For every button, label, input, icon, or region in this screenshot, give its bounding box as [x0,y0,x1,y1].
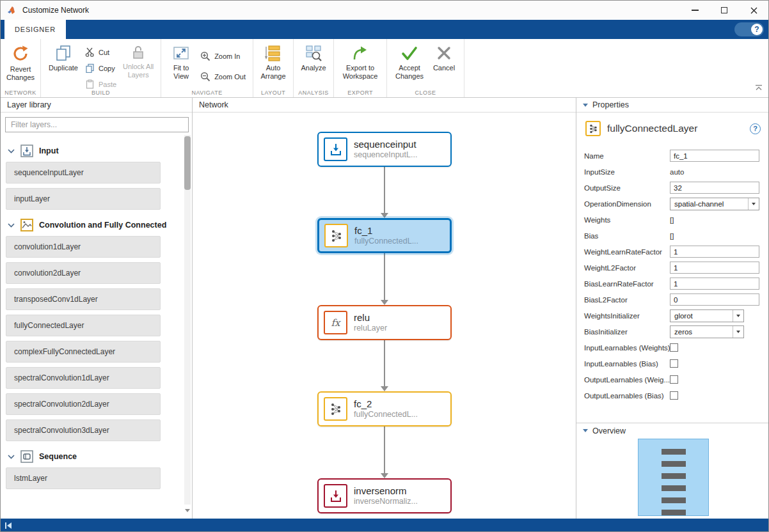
properties-title: Properties [592,100,629,109]
property-row-biaslearnratefactor: BiasLearnRateFactor [576,276,769,292]
relu-layer-icon: fx [324,311,347,334]
edge-fc2-inversenorm [384,426,385,473]
library-item-lstmlayer[interactable]: lstmLayer [6,467,161,489]
dropdown-arrow-icon [748,198,759,210]
toolbar-group-analysis: Analyze ANALYSIS [294,39,334,97]
inputlearnables-weights-checkbox[interactable] [670,343,678,352]
analyze-icon [305,44,322,62]
node-title: inversenorm [354,485,418,497]
auto-arrange-button[interactable]: Auto Arrange [257,42,289,81]
weightsinitializer-select[interactable]: glorot [670,309,744,322]
section-sequence: Sequence lstmLayer [1,446,182,489]
help-button[interactable]: ? [734,22,764,36]
export-to-workspace-button[interactable]: Export to Workspace [338,42,383,81]
network-canvas[interactable]: sequenceinput sequenceInputL... fc_1 ful… [193,113,576,519]
unlock-all-layers-button[interactable]: Unlock All Layers [120,42,157,79]
node-subtitle: reluLayer [354,324,387,333]
group-label-layout: LAYOUT [253,90,293,96]
tab-designer[interactable]: DESIGNER [4,20,66,39]
cancel-button[interactable]: Cancel [428,42,460,72]
library-item-inputlayer[interactable]: inputLayer [6,188,161,210]
library-item-fullyconnectedlayer[interactable]: fullyConnectedLayer [6,315,161,336]
node-relu[interactable]: fx relu reluLayer [317,305,452,340]
outputlearnables-bias-checkbox[interactable] [670,391,678,400]
zoom-out-button[interactable]: Zoom Out [197,69,249,84]
weightl2factor-field[interactable] [670,262,759,274]
input-section-icon [20,145,33,157]
node-fc-2[interactable]: fc_2 fullyConnectedL... [317,391,452,426]
cut-button[interactable]: Cut [82,45,120,59]
filter-layers-input[interactable] [5,117,189,132]
skip-to-start-icon[interactable] [4,521,13,530]
duplicate-button[interactable]: Duplicate [45,42,82,72]
minimize-button[interactable] [680,1,710,20]
library-scrollbar-thumb[interactable] [184,136,191,190]
zoom-in-button[interactable]: Zoom In [197,49,249,63]
fit-to-view-button[interactable]: Fit to View [165,42,197,81]
chevron-down-icon [8,223,15,228]
operation-dimension-select[interactable]: spatial-channel [670,198,759,210]
name-field[interactable] [670,150,759,162]
edge-arrowhead [381,213,388,218]
library-scrollbar-track[interactable] [184,135,191,505]
inputsize-value: auto [670,168,684,176]
node-subtitle: fullyConnectedL... [354,237,418,246]
maximize-button[interactable] [710,1,739,20]
property-row-name: Name [576,148,769,164]
dropdown-arrow-icon [733,326,743,338]
node-sequenceinput[interactable]: sequenceinput sequenceInputL... [317,132,452,167]
property-row-outputsize: OutputSize [576,180,769,196]
minimap-viewport[interactable] [638,439,709,516]
revert-changes-button[interactable]: Revert Changes [4,42,36,82]
library-item-spectralconvolution1dlayer[interactable]: spectralConvolution1dLayer [6,367,161,389]
section-sequence-header[interactable]: Sequence [1,446,182,467]
overview-header[interactable]: Overview [576,423,769,439]
library-item-convolution1dlayer[interactable]: convolution1dLayer [6,236,161,258]
library-item-sequenceinputlayer[interactable]: sequenceInputLayer [6,162,161,184]
library-item-spectralconvolution2dlayer[interactable]: spectralConvolution2dLayer [6,393,161,415]
inputlearnables-bias-checkbox[interactable] [670,359,678,368]
collapse-toolstrip-button[interactable] [755,84,763,91]
library-item-transposedconv1dlayer[interactable]: transposedConv1dLayer [6,288,161,310]
overview-minimap[interactable] [576,439,769,519]
library-item-spectralconvolution3dlayer[interactable]: spectralConvolution3dLayer [6,419,161,441]
close-button[interactable] [739,1,768,20]
biasinitializer-select[interactable]: zeros [670,325,744,338]
node-title: fc_1 [354,225,418,237]
biasl2factor-field[interactable] [670,293,759,306]
analyze-button[interactable]: Analyze [297,42,329,72]
copy-button[interactable]: Copy [82,61,120,75]
duplicate-icon [54,44,72,62]
library-scroll-down-button[interactable] [184,507,191,513]
library-item-convolution2dlayer[interactable]: convolution2dLayer [6,262,161,284]
layer-help-button[interactable]: ? [750,123,761,134]
property-row-inputlearnables-bias: InputLearnables (Bias) [576,356,769,372]
chevron-up-icon [755,84,763,91]
outputlearnables-weights-checkbox[interactable] [670,375,678,384]
properties-header[interactable]: Properties [576,98,769,113]
accept-changes-button[interactable]: Accept Changes [391,42,428,81]
property-row-inputsize: InputSize auto [576,164,769,180]
group-label-analysis: ANALYSIS [294,90,333,96]
minimap-node [662,461,686,467]
group-label-navigate: NAVIGATE [161,90,253,96]
outputsize-field[interactable] [670,182,759,194]
minimap-node [662,497,686,503]
node-inversenorm[interactable]: inversenorm inverseNormaliz... [317,478,452,513]
section-input-header[interactable]: Input [1,140,182,162]
library-item-complexfullyconnectedlayer[interactable]: complexFullyConnectedLayer [6,341,161,363]
chevron-down-icon [8,455,15,459]
zoom-in-icon [200,51,210,61]
node-fc-1[interactable]: fc_1 fullyConnectedL... [317,218,452,253]
weightlearnratefactor-field[interactable] [670,246,759,258]
edge-arrowhead [381,386,388,391]
layer-library-title: Layer library [1,98,192,113]
group-label-export: EXPORT [334,90,386,96]
properties-panel: Properties fullyConnectedLayer ? Name In… [576,98,769,519]
section-convolution-header[interactable]: Convolution and Fully Connected [1,214,182,236]
biaslearnratefactor-field[interactable] [670,278,759,290]
node-subtitle: inverseNormaliz... [354,497,418,506]
layer-library-panel: Layer library Input sequenceInputLayer i… [1,98,193,519]
titlebar: Customize Network [1,1,768,20]
toolbar-group-export: Export to Workspace EXPORT [334,39,387,97]
